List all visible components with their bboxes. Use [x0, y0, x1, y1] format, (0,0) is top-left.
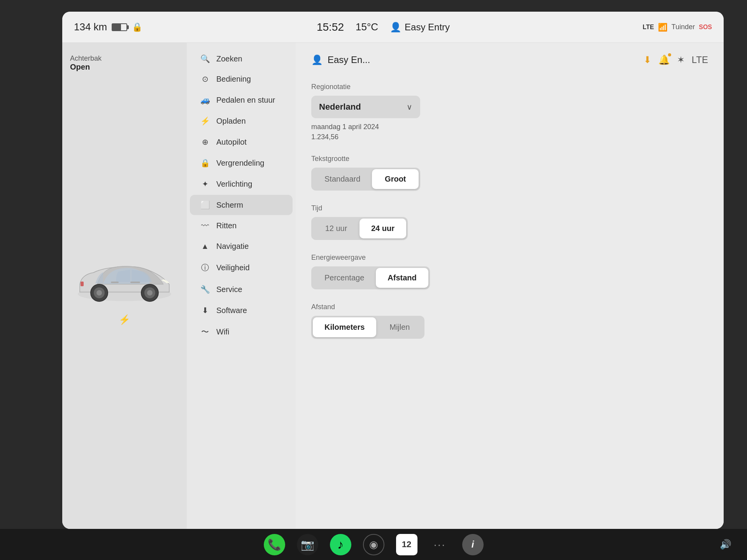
profile-name: Easy Entry: [405, 22, 450, 33]
status-center: 15:52 15°C 👤 Easy Entry: [152, 21, 615, 33]
verlichting-icon: ✦: [200, 179, 210, 189]
sidebar-item-service[interactable]: 🔧 Service: [190, 279, 293, 299]
volume-control[interactable]: 🔊: [720, 539, 731, 550]
sidebar-item-bediening[interactable]: ⊙ Bediening: [190, 69, 293, 89]
operator-text: Tuinder: [672, 23, 695, 31]
time-title: Tijd: [311, 204, 708, 212]
sidebar-item-vergrendeling[interactable]: 🔒 Vergrendeling: [190, 153, 293, 173]
software-label: Software: [216, 306, 247, 315]
veiligheid-label: Veiligheid: [216, 263, 250, 272]
car-panel: Achterbak Open: [62, 43, 187, 529]
search-label: Zoeken: [216, 54, 242, 63]
sidebar-item-navigatie[interactable]: ▲ Navigatie: [190, 236, 293, 256]
textsize-section: Tekstgrootte Standaard Groot: [311, 155, 708, 191]
distance-mijlen[interactable]: Mijlen: [376, 317, 423, 337]
sidebar-item-pedalen[interactable]: 🚙 Pedalen en stuur: [190, 90, 293, 110]
bediening-label: Bediening: [216, 75, 251, 84]
date-preview-2: 1.234,56: [311, 133, 708, 141]
sidebar-item-wifi[interactable]: 〜 Wifi: [190, 321, 293, 343]
svg-point-3: [96, 290, 102, 296]
ritten-label: Ritten: [216, 221, 237, 230]
notification-icon[interactable]: 🔔: [658, 54, 670, 65]
main-screen: 134 km 🔒 15:52 15°C 👤 Easy Entry LTE 📶 T…: [62, 12, 724, 529]
time-24uur[interactable]: 24 uur: [359, 219, 406, 238]
textsize-title: Tekstgrootte: [311, 155, 708, 163]
trunk-value: Open: [70, 63, 102, 72]
sidebar-item-opladen[interactable]: ⚡ Opladen: [190, 111, 293, 131]
profile-area[interactable]: 👤 Easy Entry: [390, 22, 450, 33]
sidebar-item-veiligheid[interactable]: ⓘ Veiligheid: [190, 257, 293, 278]
energy-percentage[interactable]: Percentage: [313, 268, 376, 288]
navigatie-label: Navigatie: [216, 242, 249, 251]
battery-icon: [112, 23, 127, 31]
main-content: Achterbak Open: [62, 43, 724, 529]
region-value: Nederland: [319, 102, 361, 112]
profile-header: 👤 Easy En...: [311, 54, 370, 65]
autopilot-label: Autopilot: [216, 138, 247, 147]
car-svg: [70, 254, 179, 310]
textsize-groot[interactable]: Groot: [372, 169, 419, 189]
energy-title: Energieweergave: [311, 254, 708, 262]
volume-icon: 🔊: [720, 539, 731, 550]
time-toggle-group: 12 uur 24 uur: [311, 217, 408, 240]
svg-point-6: [147, 290, 153, 296]
pedalen-label: Pedalen en stuur: [216, 96, 275, 105]
taskbar-info[interactable]: i: [462, 534, 484, 555]
taskbar-assistant[interactable]: ◉: [363, 534, 384, 555]
taskbar-dots[interactable]: ···: [429, 534, 451, 555]
sidebar-item-autopilot[interactable]: ⊕ Autopilot: [190, 132, 293, 152]
region-dropdown[interactable]: Nederland ∨: [311, 96, 420, 118]
sidebar-item-ritten[interactable]: 〰 Ritten: [190, 216, 293, 236]
distance-section: Afstand Kilometers Mijlen: [311, 303, 708, 339]
textsize-toggle-group: Standaard Groot: [311, 168, 420, 191]
taskbar-camera[interactable]: 📷: [297, 534, 318, 555]
taskbar-spotify[interactable]: ♪: [330, 534, 351, 555]
distance-toggle-group: Kilometers Mijlen: [311, 316, 424, 339]
sidebar-item-verlichting[interactable]: ✦ Verlichting: [190, 174, 293, 194]
energy-afstand[interactable]: Afstand: [376, 268, 428, 288]
distance-kilometers[interactable]: Kilometers: [313, 317, 376, 337]
software-icon: ⬇: [200, 306, 210, 315]
taskbar-phone[interactable]: 📞: [264, 534, 285, 555]
status-right: LTE 📶 Tuinder SOS: [615, 23, 712, 32]
autopilot-icon: ⊕: [200, 137, 210, 147]
opladen-icon: ⚡: [200, 116, 210, 126]
status-left: 134 km 🔒: [74, 21, 152, 33]
ritten-icon: 〰: [200, 221, 210, 230]
energy-section: Energieweergave Percentage Afstand: [311, 254, 708, 289]
nav-panel: 🔍 Zoeken ⊙ Bediening 🚙 Pedalen en stuur …: [187, 43, 296, 529]
sos-text: SOS: [699, 24, 712, 31]
vergrendeling-icon: 🔒: [200, 158, 210, 168]
taskbar: 📞 📷 ♪ ◉ 12 ··· i 🔊: [0, 529, 747, 560]
taskbar-calendar[interactable]: 12: [396, 534, 417, 555]
range-display: 134 km: [74, 21, 107, 33]
veiligheid-icon: ⓘ: [200, 262, 210, 273]
profile-icon: 👤: [390, 22, 402, 33]
bediening-icon: ⊙: [200, 74, 210, 84]
settings-header: 👤 Easy En... ⬇ 🔔 ✶ LTE: [311, 54, 708, 71]
region-section: Regionotatie Nederland ∨ maandag 1 april…: [311, 83, 708, 141]
sidebar-item-scherm[interactable]: ⬜ Scherm: [190, 195, 293, 215]
dropdown-chevron: ∨: [407, 102, 412, 112]
bluetooth-icon[interactable]: ✶: [677, 54, 685, 65]
time-12uur[interactable]: 12 uur: [313, 219, 359, 238]
date-preview-1: maandag 1 april 2024: [311, 123, 708, 131]
lock-icon: 🔒: [132, 22, 142, 32]
scherm-label: Scherm: [216, 201, 243, 210]
header-icons: ⬇ 🔔 ✶ LTE: [644, 54, 708, 65]
download-icon[interactable]: ⬇: [644, 54, 651, 65]
textsize-standaard[interactable]: Standaard: [313, 169, 372, 189]
search-item[interactable]: 🔍 Zoeken: [190, 49, 293, 68]
svg-rect-9: [81, 282, 84, 286]
time-display: 15:52: [317, 21, 344, 33]
signal-icon: 📶: [658, 23, 668, 32]
svg-rect-8: [111, 282, 119, 283]
svg-rect-7: [130, 282, 140, 283]
time-section: Tijd 12 uur 24 uur: [311, 204, 708, 240]
navigatie-icon: ▲: [200, 242, 210, 251]
sidebar-item-software[interactable]: ⬇ Software: [190, 300, 293, 320]
service-label: Service: [216, 285, 242, 294]
lte-header-icon: LTE: [692, 54, 708, 65]
temp-display: 15°C: [356, 21, 378, 33]
status-bar: 134 km 🔒 15:52 15°C 👤 Easy Entry LTE 📶 T…: [62, 12, 724, 43]
